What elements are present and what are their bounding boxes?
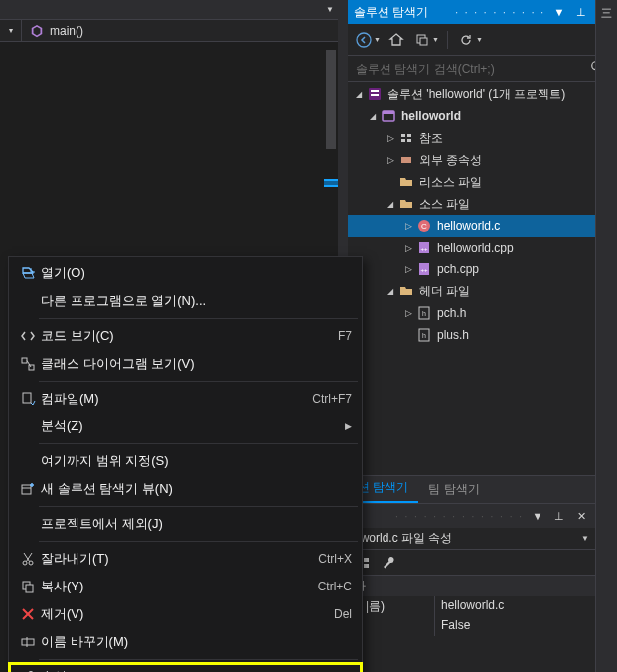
- solution-explorer-titlebar[interactable]: 솔루션 탐색기 · · · · · · · · · · ▼ ⊥ ✕: [348, 0, 617, 24]
- properties-row[interactable]: False: [348, 616, 595, 636]
- svg-text:h: h: [422, 310, 426, 317]
- menu-separator: [39, 443, 358, 444]
- tree-label: 솔루션 'helloworld' (1개 프로젝트): [387, 86, 565, 103]
- menu-analyze[interactable]: 분석(Z) ▶: [9, 413, 362, 440]
- expander-icon[interactable]: [401, 264, 415, 274]
- tree-file-pch-h[interactable]: h pch.h: [348, 302, 617, 324]
- menu-label: 새 솔루션 탐색기 뷰(N): [41, 480, 352, 498]
- tab-overflow-dropdown[interactable]: ▼: [322, 5, 338, 14]
- home-icon[interactable]: [385, 28, 408, 52]
- menu-new-view[interactable]: 새 솔루션 탐색기 뷰(N): [9, 475, 362, 503]
- h-file-icon: h: [415, 326, 433, 344]
- tree-resource-folder[interactable]: 리소스 파일: [348, 171, 617, 193]
- tree-solution-node[interactable]: 솔루션 'helloworld' (1개 프로젝트): [348, 84, 617, 105]
- tree-file-helloworld-cpp[interactable]: ++ helloworld.cpp: [348, 237, 617, 258]
- newview-icon: [15, 481, 41, 497]
- expander-icon[interactable]: [384, 286, 397, 296]
- tree-source-folder[interactable]: 소스 파일: [348, 193, 617, 215]
- menu-rename[interactable]: 이름 바꾸기(M): [9, 628, 362, 656]
- menu-shortcut: Ctrl+C: [318, 580, 352, 593]
- tree-file-plus-h[interactable]: h plus.h: [348, 324, 617, 346]
- close-icon[interactable]: ✕: [573, 510, 589, 523]
- pin-icon[interactable]: ⊥: [551, 510, 567, 523]
- panel-menu-dropdown[interactable]: ▼: [551, 6, 567, 18]
- menu-cut[interactable]: 잘라내기(T) Ctrl+X: [9, 545, 362, 573]
- solution-explorer-search-input[interactable]: [352, 62, 586, 76]
- svg-text:h: h: [422, 332, 426, 339]
- folder-icon: [397, 282, 415, 300]
- wrench-icon[interactable]: [378, 552, 399, 574]
- refresh-dropdown[interactable]: ▼: [476, 36, 483, 43]
- menu-label: 다른 프로그램으로 열기(N)...: [41, 292, 352, 310]
- properties-toolbar: [348, 550, 595, 576]
- menu-scope-to[interactable]: 여기까지 범위 지정(S): [9, 447, 362, 475]
- collapsed-panel-glyph: 三: [596, 0, 617, 21]
- tree-label: 리소스 파일: [419, 174, 482, 191]
- properties-value[interactable]: False: [435, 616, 595, 636]
- editor-scrollbar-thumb[interactable]: [326, 50, 336, 149]
- solution-explorer-toolbar: ▼ ▼ ▼: [348, 24, 617, 56]
- toolbar-separator: [447, 31, 448, 49]
- tree-file-pch-cpp[interactable]: ++ pch.cpp: [348, 258, 617, 280]
- svg-text:++: ++: [420, 246, 428, 252]
- properties-row[interactable]: |름) helloworld.c: [348, 596, 595, 616]
- properties-category[interactable]: 타: [348, 576, 595, 596]
- svg-rect-9: [383, 111, 394, 114]
- menu-separator: [39, 541, 358, 542]
- sync-dropdown[interactable]: ▼: [432, 36, 439, 43]
- menu-label: 여기까지 범위 지정(S): [41, 452, 352, 470]
- properties-object-row[interactable]: oworld.c 파일 속성 ▼: [348, 528, 595, 550]
- open-icon: [15, 265, 41, 281]
- menu-compile[interactable]: 컴파일(M) Ctrl+F7: [9, 385, 362, 413]
- expander-icon[interactable]: [401, 308, 415, 318]
- menu-label: 복사(Y): [41, 578, 318, 595]
- expander-icon[interactable]: [401, 243, 415, 252]
- svg-point-0: [357, 33, 371, 47]
- scope-label: main(): [50, 24, 83, 38]
- scope-left-dropdown[interactable]: ▾: [0, 20, 22, 41]
- titlebar-grip: · · · · · · · · · ·: [455, 7, 545, 18]
- properties-value[interactable]: helloworld.c: [435, 596, 595, 616]
- menu-properties[interactable]: 속성(R) Alt+Enter: [9, 663, 362, 672]
- menu-separator: [39, 659, 358, 660]
- tree-label: helloworld: [401, 109, 461, 123]
- menu-copy[interactable]: 복사(Y) Ctrl+C: [9, 573, 362, 600]
- menu-open-with[interactable]: 다른 프로그램으로 열기(N)...: [9, 287, 362, 315]
- expander-icon[interactable]: [384, 133, 397, 143]
- collapsed-panel-strip[interactable]: 三: [595, 0, 617, 672]
- tab-team-explorer[interactable]: 팀 탐색기: [418, 476, 489, 503]
- expander-icon[interactable]: [401, 221, 415, 231]
- tree-header-folder[interactable]: 헤더 파일: [348, 280, 617, 302]
- expander-icon[interactable]: [384, 199, 397, 209]
- svg-rect-6: [371, 90, 379, 92]
- expander-icon[interactable]: [384, 155, 397, 165]
- menu-class-diagram[interactable]: 클래스 다이어그램 보기(V): [9, 350, 362, 378]
- menu-label: 잘라내기(T): [41, 550, 318, 568]
- scope-selector[interactable]: main(): [22, 20, 91, 41]
- tree-file-helloworld-c[interactable]: C helloworld.c: [348, 215, 617, 237]
- properties-titlebar[interactable]: · · · · · · · · · · · · · · ▼ ⊥ ✕: [348, 504, 595, 528]
- expander-icon[interactable]: [366, 111, 380, 121]
- back-icon[interactable]: [352, 28, 376, 52]
- pin-icon[interactable]: ⊥: [573, 6, 589, 19]
- tree-project-node[interactable]: helloworld: [348, 105, 617, 127]
- properties-object-dropdown[interactable]: ▼: [581, 534, 589, 543]
- refresh-icon[interactable]: [454, 28, 478, 52]
- panel-menu-dropdown[interactable]: ▼: [530, 510, 545, 522]
- menu-delete[interactable]: 제거(V) Del: [9, 600, 362, 628]
- back-dropdown[interactable]: ▼: [374, 36, 381, 43]
- tree-references-node[interactable]: 참조: [348, 127, 617, 149]
- sync-icon[interactable]: [410, 28, 434, 52]
- navigation-bar: ▾ main(): [0, 20, 338, 42]
- menu-shortcut: Ctrl+F7: [312, 392, 352, 406]
- expander-icon[interactable]: [352, 89, 366, 99]
- tree-ext-deps-node[interactable]: 외부 종속성: [348, 149, 617, 171]
- tree-label: pch.h: [437, 306, 466, 320]
- right-panels: 솔루션 탐색기 · · · · · · · · · · ▼ ⊥ ✕ ▼ ▼ ▼ …: [344, 0, 617, 672]
- menu-view-code[interactable]: 코드 보기(C) F7: [9, 322, 362, 350]
- svg-rect-2: [420, 38, 427, 45]
- menu-open[interactable]: 열기(O): [9, 259, 362, 287]
- menu-exclude[interactable]: 프로젝트에서 제외(J): [9, 510, 362, 538]
- solution-explorer-title: 솔루션 탐색기: [354, 4, 449, 21]
- svg-rect-33: [22, 485, 31, 494]
